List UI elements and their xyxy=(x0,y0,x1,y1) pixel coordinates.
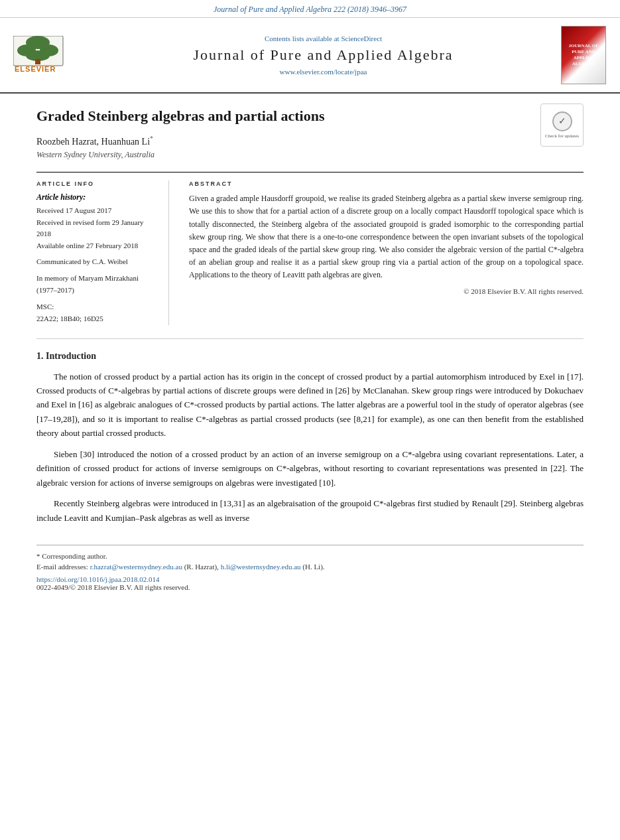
email2-link[interactable]: h.li@westernsydney.edu.au xyxy=(221,563,301,571)
history-label: Article history: xyxy=(36,192,158,202)
intro-para2-text: Sieben [30] introduced the notion of a c… xyxy=(36,447,584,490)
paper-title: Graded Steinberg algebras and partial ac… xyxy=(36,107,584,126)
msc-label: MSC: xyxy=(36,303,54,311)
revised-date: Received in revised form 29 January 2018 xyxy=(36,217,158,240)
cover-text-line3: APPLIED ALGEBRA xyxy=(564,55,603,67)
svg-text:ELSEVIER: ELSEVIER xyxy=(15,65,56,72)
corresponding-label: * Corresponding author. xyxy=(36,552,107,560)
check-for-updates-widget[interactable]: ✓ Check for updates xyxy=(540,104,584,147)
main-content: ✓ Check for updates Graded Steinberg alg… xyxy=(0,94,620,611)
journal-url-link[interactable]: www.elsevier.com/locate/jpaa xyxy=(280,68,367,76)
received-date: Received 17 August 2017 xyxy=(36,205,158,217)
sciencedirect-link: Contents lists available at ScienceDirec… xyxy=(93,35,554,42)
cover-box: JOURNAL OF PURE AND APPLIED ALGEBRA xyxy=(561,26,606,84)
contents-text: Contents lists available at xyxy=(265,35,340,42)
journal-main-title: Journal of Pure and Applied Algebra xyxy=(93,46,554,64)
abstract-col: ABSTRACT Given a graded ample Hausdorff … xyxy=(189,180,584,324)
article-info-heading: ARTICLE INFO xyxy=(36,180,158,187)
abstract-heading: ABSTRACT xyxy=(189,180,584,187)
intro-para3: Recently Steinberg algebras were introdu… xyxy=(36,496,584,525)
check-updates-box: ✓ Check for updates xyxy=(540,104,584,147)
available-date: Available online 27 February 2018 xyxy=(36,240,158,252)
journal-citation-link[interactable]: Journal of Pure and Applied Algebra 222 … xyxy=(214,5,406,14)
email-label: E-mail addresses: xyxy=(36,563,88,571)
intro-para1: The notion of crossed product by a parti… xyxy=(36,370,584,441)
corresponding-author-note: * Corresponding author. xyxy=(36,551,584,562)
footnote-area: * Corresponding author. E-mail addresses… xyxy=(36,545,584,591)
communicated-by: Communicated by C.A. Weibel xyxy=(36,256,158,268)
email-addresses: E-mail addresses: r.hazrat@westernsydney… xyxy=(36,561,584,573)
email1-link[interactable]: r.hazrat@westernsydney.edu.au xyxy=(90,563,182,571)
journal-url: www.elsevier.com/locate/jpaa xyxy=(93,68,554,76)
msc-codes: 22A22; 18B40; 16D25 xyxy=(36,315,103,322)
article-info-abstract-section: ARTICLE INFO Article history: Received 1… xyxy=(36,172,584,324)
journal-center-block: Contents lists available at ScienceDirec… xyxy=(93,35,554,76)
check-icon: ✓ xyxy=(552,111,572,131)
journal-cover: JOURNAL OF PURE AND APPLIED ALGEBRA xyxy=(560,26,607,84)
msc-section: MSC: 22A22; 18B40; 16D25 xyxy=(36,301,158,324)
memory-note: In memory of Maryam Mirzakhani (1977–201… xyxy=(36,273,158,296)
doi-link[interactable]: https://doi.org/10.1016/j.jpaa.2018.02.0… xyxy=(36,575,160,583)
affiliation: Western Sydney University, Australia xyxy=(36,150,584,160)
author1-name: (R. Hazrat), xyxy=(184,563,219,571)
article-info-col: ARTICLE INFO Article history: Received 1… xyxy=(36,180,169,324)
cover-text-line1: JOURNAL OF xyxy=(569,43,599,49)
authors-line: Roozbeh Hazrat, Huanhuan Li* xyxy=(36,135,584,148)
doi-line: https://doi.org/10.1016/j.jpaa.2018.02.0… xyxy=(36,575,584,583)
svg-rect-5 xyxy=(35,59,40,64)
author2-name: (H. Li). xyxy=(302,563,324,571)
abstract-text: Given a graded ample Hausdorff groupoid,… xyxy=(189,192,584,281)
intro-para1-text: The notion of crossed product by a parti… xyxy=(36,370,584,441)
elsevier-logo: ELSEVIER xyxy=(13,36,86,75)
cover-text-line2: PURE AND xyxy=(572,49,595,55)
sciencedirect-text[interactable]: ScienceDirect xyxy=(341,35,382,42)
copyright-notice: © 2018 Elsevier B.V. All rights reserved… xyxy=(189,287,584,295)
section-divider xyxy=(36,338,584,339)
article-history-text: Received 17 August 2017 Received in revi… xyxy=(36,205,158,324)
issn-line: 0022-4049/© 2018 Elsevier B.V. All right… xyxy=(36,583,584,591)
check-updates-label: Check for updates xyxy=(545,133,579,139)
top-banner: Journal of Pure and Applied Algebra 222 … xyxy=(0,0,620,18)
corresponding-star: * xyxy=(150,135,153,143)
journal-header: ELSEVIER Contents lists available at Sci… xyxy=(0,18,620,94)
intro-para2: Sieben [30] introduced the notion of a c… xyxy=(36,447,584,490)
intro-para3-text: Recently Steinberg algebras were introdu… xyxy=(36,496,584,525)
author-names: Roozbeh Hazrat, Huanhuan Li* xyxy=(36,137,153,147)
intro-section-title: 1. Introduction xyxy=(36,351,584,362)
